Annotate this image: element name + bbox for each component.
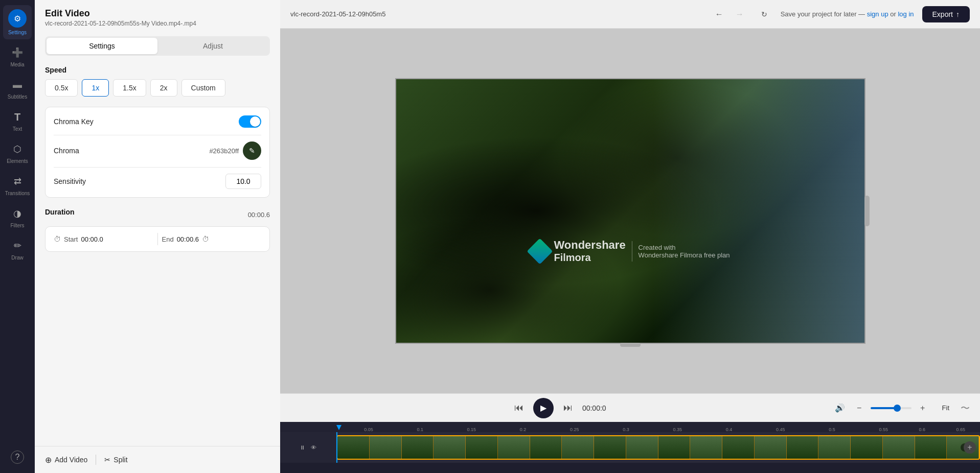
start-value: 00:00.0 <box>81 235 103 243</box>
strip-frame-6 <box>498 436 530 459</box>
settings-icon: ⚙ <box>8 9 27 28</box>
play-button[interactable]: ▶ <box>533 398 554 418</box>
redo-button[interactable]: → <box>732 6 748 22</box>
start-clock-icon: ⏱ <box>54 235 61 243</box>
track-pause-btn[interactable]: ⏸ <box>298 443 307 452</box>
start-time-field: ⏱ Start 00:00.0 <box>54 235 153 243</box>
save-project-text: Save your project for later — sign up or… <box>781 10 914 18</box>
scroll-handle-bottom[interactable] <box>620 343 641 347</box>
chroma-color-picker-area: #263b20ff ✎ <box>209 141 261 160</box>
time-divider <box>157 233 158 245</box>
split-button[interactable]: ✂ Split <box>104 456 127 464</box>
waveform-icon[interactable]: 〜 <box>961 402 970 414</box>
playback-right: 🔊 − + Fit 〜 <box>835 400 970 416</box>
strip-frame-5 <box>466 436 498 459</box>
ruler-tick-3: 0.15 <box>467 427 476 432</box>
tab-settings[interactable]: Settings <box>47 38 157 54</box>
speed-btn-1-5x[interactable]: 1.5x <box>113 79 146 97</box>
video-strip[interactable] <box>336 435 980 460</box>
signup-link[interactable]: sign up <box>867 10 888 18</box>
strip-frame-10 <box>626 436 658 459</box>
save-text-prefix: Save your project for later — <box>781 10 867 18</box>
transitions-icon: ⇄ <box>10 174 25 188</box>
volume-icon[interactable]: 🔊 <box>835 403 845 413</box>
add-video-button[interactable]: ⊕ Add Video <box>45 455 87 465</box>
strip-frame-4 <box>434 436 466 459</box>
sidebar-item-subtitles[interactable]: ▬ Subtitles <box>3 74 32 104</box>
track-eye-btn[interactable]: 👁 <box>309 443 318 452</box>
ruler-tick-5: 0.25 <box>570 427 579 432</box>
chroma-hex-value: #263b20ff <box>209 147 239 155</box>
timeline-track-area: ⏸ 👁 <box>280 432 980 463</box>
zoom-in-button[interactable]: + <box>915 400 931 416</box>
ruler-tick-6: 0.3 <box>623 427 629 432</box>
edit-panel: Edit Video vlc-record-2021-05-12-09h05m5… <box>35 0 280 473</box>
duration-label: Duration <box>45 208 75 216</box>
strip-frame-19 <box>915 436 947 459</box>
skip-forward-button[interactable]: ⏭ <box>560 400 576 416</box>
watermark-subtitle: Created with Wondershare Filmora free pl… <box>639 244 730 259</box>
header-filename: vlc-record-2021-05-12-09h05m5 <box>290 10 703 18</box>
duration-section: Duration 00:00.6 ⏱ Start 00:00.0 End 00:… <box>35 203 280 257</box>
strip-frame-2 <box>370 436 402 459</box>
sidebar-item-elements[interactable]: ⬡ Elements <box>3 138 32 168</box>
add-track-button[interactable]: + <box>964 441 976 454</box>
sidebar-item-transitions[interactable]: ⇄ Transitions <box>3 170 32 200</box>
strip-frame-7 <box>530 436 562 459</box>
divider-2 <box>54 167 261 168</box>
sidebar-item-draw[interactable]: ✏ Draw <box>3 234 32 265</box>
chroma-key-toggle[interactable] <box>239 115 261 128</box>
skip-back-button[interactable]: ⏮ <box>511 400 527 416</box>
speed-btn-custom[interactable]: Custom <box>181 79 225 97</box>
top-bar: vlc-record-2021-05-12-09h05m5 ← → ↻ Save… <box>280 0 980 29</box>
sidebar-item-settings[interactable]: ⚙ Settings <box>3 5 32 39</box>
ruler-tick-11: 0.55 <box>879 427 888 432</box>
fit-button[interactable]: Fit <box>937 402 954 414</box>
sensitivity-input[interactable] <box>225 174 261 189</box>
sidebar-item-media[interactable]: ➕ Media <box>3 41 32 72</box>
refresh-button[interactable]: ↻ <box>756 6 772 22</box>
undo-redo-group: ← → <box>711 6 748 22</box>
sidebar-label-media: Media <box>10 62 24 67</box>
end-time-field: End 00:00.6 ⏱ <box>162 235 262 243</box>
timeline-bottom <box>280 463 980 473</box>
undo-button[interactable]: ← <box>711 6 727 22</box>
speed-buttons: 0.5x 1x 1.5x 2x Custom <box>45 79 270 97</box>
speed-section: Speed 0.5x 1x 1.5x 2x Custom <box>35 61 280 102</box>
subtitles-icon: ▬ <box>10 78 25 92</box>
watermark-plan: Wondershare Filmora free plan <box>639 251 730 259</box>
sidebar-label-subtitles: Subtitles <box>8 94 27 100</box>
icon-sidebar: ⚙ Settings ➕ Media ▬ Subtitles T Text ⬡ … <box>0 0 35 473</box>
zoom-slider[interactable] <box>871 407 911 409</box>
edit-panel-filename: vlc-record-2021-05-12-09h05m55s-My Video… <box>45 20 270 27</box>
sensitivity-label: Sensitivity <box>54 177 86 185</box>
duration-value: 00:00.6 <box>248 211 270 219</box>
export-button[interactable]: Export ↑ <box>922 6 970 22</box>
media-icon: ➕ <box>10 45 25 60</box>
chroma-key-row: Chroma Key <box>54 115 261 128</box>
ruler-tick-12: 0.6 <box>919 427 925 432</box>
sidebar-item-help[interactable]: ? <box>3 446 32 468</box>
speed-btn-1x[interactable]: 1x <box>82 79 109 97</box>
watermark-brand: Wondershare <box>554 239 625 252</box>
bottom-actions: ⊕ Add Video ✂ Split <box>35 446 280 473</box>
scroll-handle-right[interactable] <box>864 196 870 226</box>
speed-btn-0-5x[interactable]: 0.5x <box>45 79 78 97</box>
strip-frame-12 <box>690 436 722 459</box>
sidebar-item-filters[interactable]: ◑ Filters <box>3 202 32 232</box>
watermark-created-with: Created with <box>639 244 730 251</box>
ruler-tick-9: 0.45 <box>776 427 785 432</box>
sidebar-item-text[interactable]: T Text <box>3 106 32 136</box>
speed-btn-2x[interactable]: 2x <box>150 79 177 97</box>
ruler-tick-2: 0.1 <box>417 427 423 432</box>
chroma-color-picker-btn[interactable]: ✎ <box>243 141 261 160</box>
chroma-color-row: Chroma #263b20ff ✎ <box>54 141 261 160</box>
login-link[interactable]: log in <box>898 10 914 18</box>
track-content[interactable]: ⏸ + <box>336 432 980 463</box>
tab-adjust[interactable]: Adjust <box>157 38 268 54</box>
ruler-tick-4: 0.2 <box>520 427 527 432</box>
elements-icon: ⬡ <box>10 142 25 156</box>
zoom-out-button[interactable]: − <box>851 400 868 416</box>
sidebar-label-draw: Draw <box>11 255 23 261</box>
chroma-key-card: Chroma Key Chroma #263b20ff ✎ Sensitivit… <box>45 107 270 198</box>
